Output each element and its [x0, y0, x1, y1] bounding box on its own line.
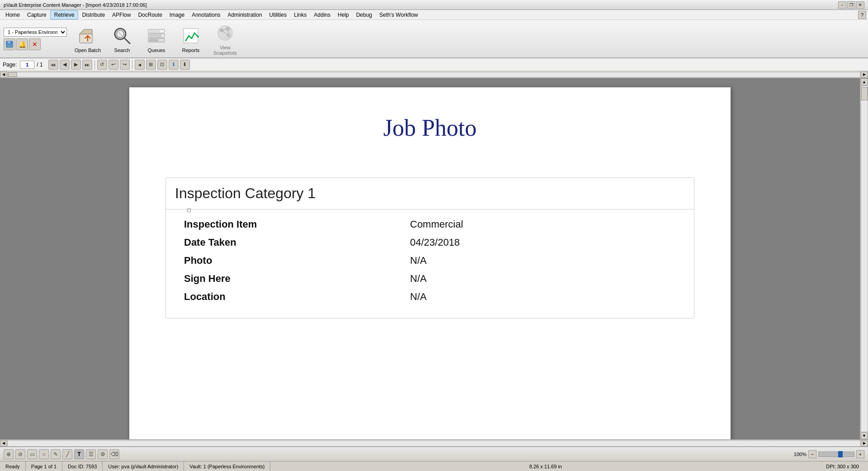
open-batch-icon: [77, 25, 99, 47]
menu-capture[interactable]: Capture: [24, 11, 50, 19]
menu-addins[interactable]: Addins: [310, 11, 334, 19]
horiz-scroll-track: [8, 72, 860, 77]
page-marker: [187, 209, 191, 212]
annotation-stamp-button[interactable]: ⚙: [98, 449, 108, 459]
open-batch-button[interactable]: Open Batch: [72, 23, 103, 55]
annotation-note-button[interactable]: ☰: [86, 449, 96, 459]
queues-icon: [146, 25, 167, 47]
scroll-left-button[interactable]: ◀: [0, 71, 7, 78]
status-doc-id: Doc ID: 7593: [62, 461, 103, 471]
actual-size-button[interactable]: ⊡: [157, 60, 167, 70]
menu-apflow[interactable]: APFlow: [108, 11, 134, 19]
annotation-line-button[interactable]: ╱: [62, 449, 72, 459]
menu-debug[interactable]: Debug: [353, 11, 376, 19]
next-page-button[interactable]: ▶: [71, 60, 81, 70]
zoom-slider-thumb[interactable]: [838, 451, 843, 457]
window-title: pVault Enterprise Content Manager - [Imp…: [4, 2, 147, 8]
close-button[interactable]: ✕: [856, 1, 864, 9]
horiz-scroll-bottom-track: [7, 440, 861, 447]
field-value-photo: N/A: [410, 255, 427, 266]
svg-marker-4: [80, 29, 92, 34]
field-value-sign-here: N/A: [410, 273, 427, 285]
last-page-button[interactable]: ⏭: [82, 60, 92, 70]
redo-button[interactable]: ↪: [120, 60, 130, 70]
annotation-freehand-button[interactable]: ✎: [51, 449, 61, 459]
undo-button[interactable]: ↩: [108, 60, 118, 70]
horiz-scroll-right-button[interactable]: ▶: [861, 440, 868, 447]
prev-page-button[interactable]: ◀: [60, 60, 70, 70]
menu-links[interactable]: Links: [290, 11, 310, 19]
status-dimensions: 8.26 x 11.69 in: [524, 461, 567, 471]
status-page-info: Page 1 of 1: [26, 461, 62, 471]
search-label: Search: [114, 48, 130, 53]
menu-seths-workflow[interactable]: Seth's Workflow: [376, 11, 421, 19]
first-page-button[interactable]: ⏮: [48, 60, 58, 70]
scroll-down-button[interactable]: ▼: [861, 432, 868, 439]
scroll-right-button[interactable]: ▶: [861, 71, 868, 78]
search-icon: [111, 25, 133, 47]
annotation-ellipse-button[interactable]: ○: [39, 449, 49, 459]
menu-distribute[interactable]: Distribute: [78, 11, 108, 19]
menu-utilities[interactable]: Utilities: [266, 11, 291, 19]
zoom-slider[interactable]: [818, 452, 854, 457]
annotation-rect-button[interactable]: ▭: [27, 449, 37, 459]
scroll-up-button[interactable]: ▲: [861, 78, 868, 86]
horiz-scroll-thumb[interactable]: [8, 72, 17, 77]
page-label: Page:: [3, 62, 17, 68]
delete-button[interactable]: ✕: [29, 38, 41, 50]
reports-icon: [180, 25, 202, 47]
inspection-fields: Inspection Item Commercial Date Taken 04…: [166, 209, 694, 318]
menu-administration[interactable]: Administration: [224, 11, 266, 19]
scroll-thumb[interactable]: [861, 87, 868, 100]
field-row-location: Location N/A: [184, 291, 676, 303]
status-dpi: DPI: 300 x 300: [821, 461, 864, 471]
title-bar: pVault Enterprise Content Manager - [Imp…: [0, 0, 868, 10]
search-button[interactable]: Search: [107, 23, 137, 55]
help-icon[interactable]: ?: [858, 11, 866, 19]
minimize-button[interactable]: −: [838, 1, 846, 9]
document-title: Job Photo: [165, 114, 694, 141]
reports-button[interactable]: Reports: [175, 23, 206, 55]
export-button[interactable]: ⬇: [180, 60, 190, 70]
annotation-erase-button[interactable]: ⌫: [109, 449, 119, 459]
annotation-move-button[interactable]: ⊕: [4, 449, 14, 459]
alert-button[interactable]: 🔔: [16, 38, 28, 50]
annotation-toolbar: ⊕ ⊘ ▭ ○ ✎ ╱ T ☰ ⚙ ⌫ 100% − +: [0, 447, 868, 461]
document-area: ◀ ▶ Job Photo Inspection Category 1 I: [0, 71, 868, 447]
view-snapshots-button[interactable]: View Snapshots: [210, 20, 241, 57]
field-row-inspection-item: Inspection Item Commercial: [184, 219, 676, 230]
fit-page-button[interactable]: ⊞: [146, 60, 156, 70]
restore-button[interactable]: ❐: [847, 1, 855, 9]
svg-rect-2: [7, 44, 12, 48]
svg-rect-14: [149, 30, 160, 32]
quick-buttons: 🔔 ✕: [4, 38, 67, 50]
menu-bar: Home Capture Retrieve Distribute APFlow …: [0, 10, 868, 20]
status-user: User: pva (pVault Administrator): [103, 461, 184, 471]
info-button[interactable]: ℹ: [169, 60, 179, 70]
save-button[interactable]: [4, 38, 15, 50]
menu-help[interactable]: Help: [334, 11, 353, 19]
pan-left-button[interactable]: ◄: [135, 60, 145, 70]
menu-image[interactable]: Image: [166, 11, 188, 19]
reports-label: Reports: [182, 48, 200, 53]
page-input[interactable]: [20, 61, 34, 69]
menu-docroute[interactable]: DocRoute: [134, 11, 165, 19]
nav-bar: Page: / 1 ⏮ ◀ ▶ ⏭ ↺ ↩ ↪ ◄ ⊞ ⊡ ℹ ⬇: [0, 58, 868, 71]
toolbar: 1 - Paperless Environments 🔔 ✕ Open Batc…: [0, 20, 868, 58]
annotation-select-button[interactable]: ⊘: [15, 449, 25, 459]
zoom-in-button[interactable]: +: [856, 450, 864, 458]
menu-home[interactable]: Home: [2, 11, 24, 19]
queues-button[interactable]: Queues: [141, 23, 172, 55]
toolbar-left: 1 - Paperless Environments 🔔 ✕: [4, 28, 67, 50]
horiz-scroll-top: ◀ ▶: [0, 71, 868, 78]
annotation-text-button[interactable]: T: [74, 449, 84, 459]
status-bar: Ready Page 1 of 1 Doc ID: 7593 User: pva…: [0, 461, 868, 471]
horiz-scroll-left-button[interactable]: ◀: [0, 440, 7, 447]
svg-rect-12: [149, 39, 158, 41]
menu-retrieve[interactable]: Retrieve: [50, 10, 79, 19]
refresh-button[interactable]: ↺: [97, 60, 107, 70]
main-area: ◀ ▶ Job Photo Inspection Category 1 I: [0, 71, 868, 447]
zoom-out-button[interactable]: −: [808, 450, 816, 458]
environment-dropdown[interactable]: 1 - Paperless Environments: [4, 28, 67, 37]
menu-annotations[interactable]: Annotations: [188, 11, 224, 19]
